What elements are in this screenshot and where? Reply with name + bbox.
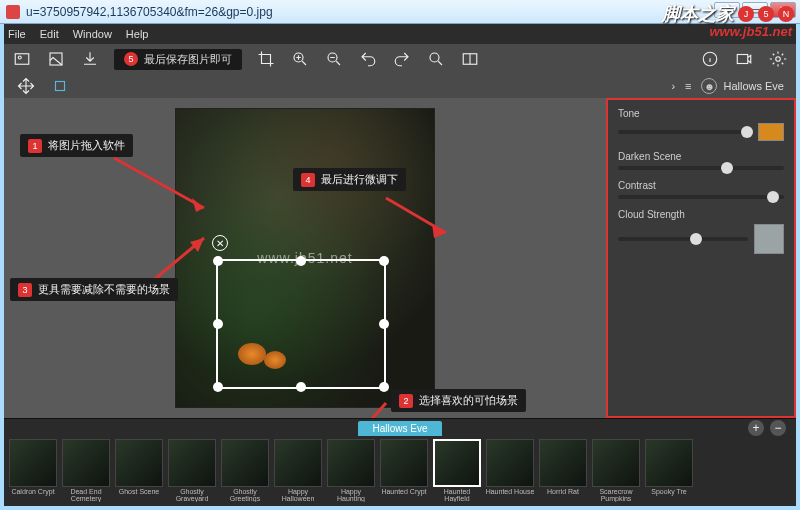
preset-label: Spooky Tre (651, 488, 686, 502)
crop-icon[interactable] (256, 50, 276, 68)
preset-thumb[interactable]: Caldron Crypt (8, 439, 58, 504)
preset-image (115, 439, 163, 487)
zoom-in-icon[interactable] (290, 50, 310, 68)
preset-image (327, 439, 375, 487)
undo-icon[interactable] (358, 50, 378, 68)
preset-image (221, 439, 269, 487)
callout-4: 4 最后进行微调下 (293, 168, 406, 191)
preset-thumbnails: Caldron CryptDead End CemeteryGhost Scen… (4, 437, 796, 506)
save-icon[interactable] (46, 50, 66, 68)
darken-control: Darken Scene (618, 151, 784, 170)
theme-indicator[interactable]: ☻ Hallows Eve (701, 78, 784, 94)
svg-rect-8 (737, 55, 748, 64)
tone-control: Tone (618, 108, 784, 141)
preset-thumb[interactable]: Haunted House (485, 439, 535, 504)
zoom-out-icon[interactable] (324, 50, 344, 68)
cloud-swatch[interactable] (754, 224, 784, 254)
preset-thumb[interactable]: Ghost Scene (114, 439, 164, 504)
app-favicon (6, 5, 20, 19)
site-watermark-logo: 脚本之家 J5N (662, 2, 794, 26)
crop-handle[interactable] (213, 256, 223, 266)
preset-thumb[interactable]: Happy Haunting (326, 439, 376, 504)
list-view-icon[interactable]: ≡ (685, 80, 691, 92)
crop-selection[interactable]: ✕ (216, 259, 386, 389)
preset-thumb[interactable]: Happy Halloween (273, 439, 323, 504)
info-icon[interactable] (700, 50, 720, 68)
remove-preset-button[interactable]: − (770, 420, 786, 436)
svg-point-1 (18, 56, 21, 59)
menu-window[interactable]: Window (73, 28, 112, 40)
preset-label: Haunted Crypt (381, 488, 426, 502)
crop-handle[interactable] (213, 319, 223, 329)
darken-slider[interactable] (618, 166, 784, 170)
add-preset-button[interactable]: + (748, 420, 764, 436)
callout-5-text: 最后保存图片即可 (144, 52, 232, 67)
preset-thumb[interactable]: Scarecrow Pumpkins (591, 439, 641, 504)
preset-label: Happy Haunting (326, 488, 376, 502)
preset-thumb[interactable]: Ghostly Greetings (220, 439, 270, 504)
preset-label: Caldron Crypt (11, 488, 54, 502)
preset-label: Horrid Rat (547, 488, 579, 502)
theme-label: Hallows Eve (723, 80, 784, 92)
presets-tab[interactable]: Hallows Eve (358, 421, 441, 436)
canvas-area[interactable]: www.jb51.net ✕ 1 将图片拖入软件 (4, 98, 606, 418)
tone-slider[interactable] (618, 130, 752, 134)
preset-label: Scarecrow Pumpkins (591, 488, 641, 502)
image-canvas[interactable]: www.jb51.net ✕ (175, 108, 435, 408)
preset-thumb[interactable]: Haunted Crypt (379, 439, 429, 504)
contrast-slider[interactable] (618, 195, 784, 199)
crop-close-button[interactable]: ✕ (212, 235, 228, 251)
tone-label: Tone (618, 108, 784, 119)
export-icon[interactable] (80, 50, 100, 68)
cloud-slider[interactable] (618, 237, 748, 241)
video-icon[interactable] (734, 50, 754, 68)
redo-icon[interactable] (392, 50, 412, 68)
svg-point-5 (430, 53, 439, 62)
crop-handle[interactable] (296, 382, 306, 392)
toolbar: 5 最后保存图片即可 (4, 44, 796, 74)
contrast-control: Contrast (618, 180, 784, 199)
preset-thumb[interactable]: Horrid Rat (538, 439, 588, 504)
crop-handle[interactable] (379, 256, 389, 266)
preset-image (433, 439, 481, 487)
presets-strip: Hallows Eve + − Caldron CryptDead End Ce… (4, 418, 796, 506)
preset-thumb[interactable]: Dead End Cemetery (61, 439, 111, 504)
menu-file[interactable]: File (8, 28, 26, 40)
settings-icon[interactable] (768, 50, 788, 68)
zoom-fit-icon[interactable] (426, 50, 446, 68)
open-image-icon[interactable] (12, 50, 32, 68)
preset-image (274, 439, 322, 487)
preset-image (539, 439, 587, 487)
second-toolbar: › ≡ ☻ Hallows Eve (4, 74, 796, 98)
adjustments-panel: Tone Darken Scene Contrast Cloud Strengt… (606, 98, 796, 418)
callout-1: 1 将图片拖入软件 (20, 134, 133, 157)
crop-handle[interactable] (379, 319, 389, 329)
contrast-label: Contrast (618, 180, 784, 191)
crop-handle[interactable] (379, 382, 389, 392)
preset-image (592, 439, 640, 487)
preset-image (168, 439, 216, 487)
preset-thumb[interactable]: Ghostly Graveyard (167, 439, 217, 504)
crop-handle[interactable] (213, 382, 223, 392)
preset-thumb[interactable]: Spooky Tre (644, 439, 694, 504)
callout-2: 2 选择喜欢的可怕场景 (391, 389, 526, 412)
move-icon[interactable] (16, 77, 36, 95)
darken-label: Darken Scene (618, 151, 784, 162)
menu-edit[interactable]: Edit (40, 28, 59, 40)
svg-rect-10 (56, 82, 65, 91)
tone-swatch[interactable] (758, 123, 784, 141)
chevron-right-icon[interactable]: › (671, 80, 675, 92)
window-title: u=3750957942,1136705340&fm=26&gp=0.jpg (26, 5, 273, 19)
preset-label: Haunted House (486, 488, 535, 502)
compare-icon[interactable] (460, 50, 480, 68)
preset-label: Ghostly Graveyard (167, 488, 217, 502)
menu-help[interactable]: Help (126, 28, 149, 40)
crop-tool-icon[interactable] (50, 77, 70, 95)
preset-label: Dead End Cemetery (61, 488, 111, 502)
preset-image (9, 439, 57, 487)
preset-label: Ghost Scene (119, 488, 159, 502)
crop-handle[interactable] (296, 256, 306, 266)
preset-thumb[interactable]: Haunted Hayfield (432, 439, 482, 504)
svg-point-9 (776, 57, 781, 62)
preset-label: Happy Halloween (273, 488, 323, 502)
